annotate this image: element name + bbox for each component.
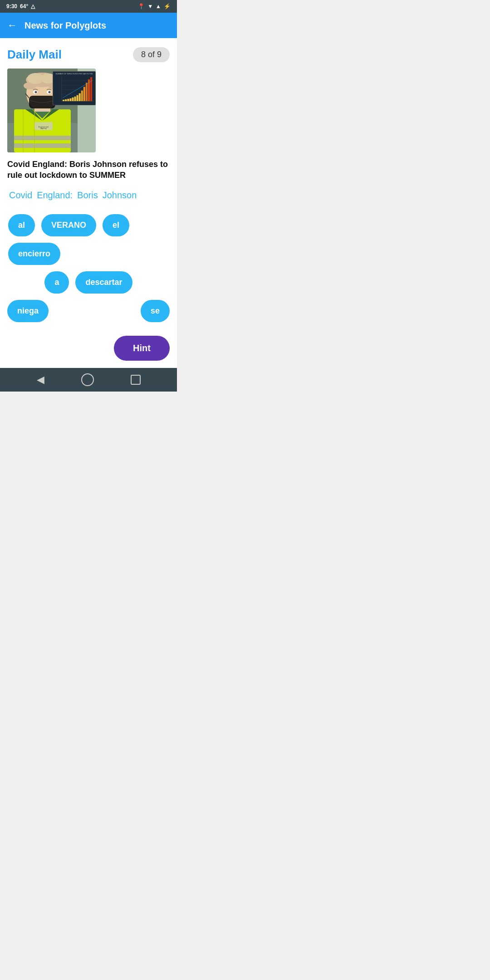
article-counter: 8 of 9 — [133, 47, 170, 62]
svg-rect-42 — [79, 93, 81, 101]
status-temp: 64° — [20, 3, 28, 10]
bubble-a[interactable]: a — [44, 271, 69, 294]
bubble-row-2: a descartar — [7, 271, 170, 294]
svg-rect-45 — [86, 83, 88, 101]
bubble-row-3: niega se — [7, 300, 170, 322]
bubble-verano[interactable]: VERANO — [41, 214, 96, 236]
bubble-el[interactable]: el — [103, 214, 129, 236]
svg-rect-6 — [14, 136, 71, 140]
svg-rect-41 — [77, 95, 78, 101]
nav-recents-button[interactable] — [131, 375, 141, 385]
svg-rect-7 — [14, 143, 71, 148]
back-button[interactable]: ← — [7, 20, 17, 31]
svg-rect-43 — [81, 91, 83, 101]
main-content: Daily Mail 8 of 9 Environment Agency — [0, 38, 177, 368]
bubble-encierro[interactable]: encierro — [8, 243, 60, 265]
status-time: 9:30 — [6, 3, 17, 10]
keyword-england[interactable]: England: — [37, 190, 73, 201]
bubbles-area: al VERANO el encierro a descartar niega … — [7, 214, 170, 322]
svg-rect-25 — [29, 96, 55, 108]
chart-svg — [53, 76, 95, 103]
keyword-johnson[interactable]: Johnson — [103, 190, 137, 201]
location-icon: 📍 — [138, 3, 145, 10]
article-headline: Covid England: Boris Johnson refuses to … — [7, 159, 170, 181]
chart-title: NUMBER OF INFECTIONS PER DAY IN THE — [53, 72, 95, 76]
signal-icon: ▲ — [156, 3, 161, 10]
triangle-icon: △ — [31, 3, 35, 10]
bubble-se[interactable]: se — [141, 300, 170, 322]
svg-rect-39 — [72, 98, 74, 101]
keywords-row: Covid England: Boris Johnson — [7, 190, 170, 201]
app-title: News for Polyglots — [24, 20, 106, 31]
hint-row: Hint — [7, 336, 170, 361]
keyword-covid[interactable]: Covid — [9, 190, 32, 201]
status-left: 9:30 64° △ — [6, 3, 35, 10]
nav-home-button[interactable] — [81, 373, 94, 386]
article-image: Environment Agency — [7, 69, 96, 152]
bubble-al[interactable]: al — [8, 214, 35, 236]
source-name: Daily Mail — [7, 48, 62, 62]
hint-button[interactable]: Hint — [114, 336, 170, 361]
svg-rect-35 — [63, 100, 64, 101]
battery-icon: ⚡ — [164, 3, 171, 10]
bubble-descartar[interactable]: descartar — [75, 271, 132, 294]
svg-rect-44 — [83, 87, 85, 101]
chart-inset: NUMBER OF INFECTIONS PER DAY IN THE — [53, 71, 96, 105]
bottom-nav: ◀ — [0, 368, 177, 392]
svg-rect-37 — [67, 99, 69, 101]
svg-rect-36 — [65, 99, 67, 101]
svg-text:Agency: Agency — [40, 127, 46, 129]
status-bar: 9:30 64° △ 📍 ▼ ▲ ⚡ — [0, 0, 177, 13]
status-right: 📍 ▼ ▲ ⚡ — [138, 3, 171, 10]
article-header: Daily Mail 8 of 9 — [7, 47, 170, 62]
svg-rect-38 — [69, 98, 71, 101]
bubble-row-1: al VERANO el encierro — [7, 214, 170, 265]
svg-point-23 — [35, 91, 37, 93]
wifi-icon: ▼ — [147, 3, 153, 10]
bubble-niega[interactable]: niega — [7, 300, 49, 322]
keyword-boris[interactable]: Boris — [77, 190, 98, 201]
svg-rect-40 — [74, 97, 76, 101]
app-bar: ← News for Polyglots — [0, 13, 177, 38]
nav-back-button[interactable]: ◀ — [37, 374, 44, 386]
svg-point-24 — [49, 91, 51, 93]
